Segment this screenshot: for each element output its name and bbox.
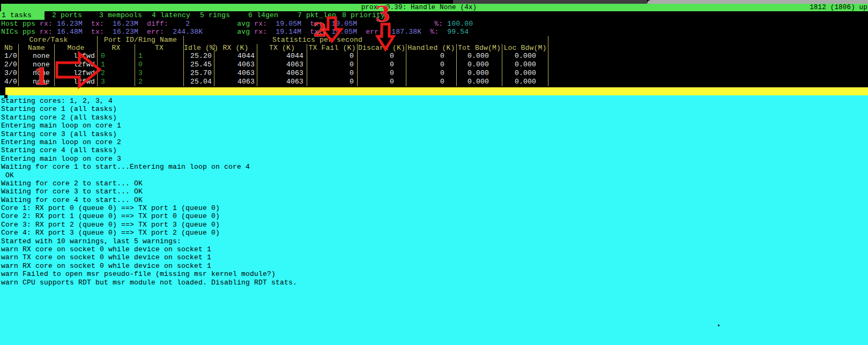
stat-segment: NICs pps bbox=[1, 28, 40, 36]
column-header: Nb bbox=[0, 44, 19, 52]
table-cell: 4063 bbox=[214, 78, 257, 86]
group-core-task: Core/Task bbox=[0, 36, 98, 44]
table-column-header: NbNameModeRXTXIdle (%)RX (K)TX (K)TX Fai… bbox=[0, 44, 548, 52]
stat-segment: avg bbox=[237, 20, 254, 28]
log-line: Core 1: RX port 0 (queue 0) ==> TX port … bbox=[0, 204, 868, 212]
table-row: 3/0nonel2fwd2325.70406340630000.0000.000 bbox=[0, 69, 548, 78]
stat-segment: 19.05M bbox=[331, 20, 357, 28]
stat-segment bbox=[301, 28, 310, 36]
table-cell: l2fwd bbox=[55, 52, 98, 61]
log-line: warn RX core on socket 0 while device on… bbox=[0, 245, 868, 253]
log-line: Waiting for core 3 to start... OK bbox=[0, 188, 868, 196]
stat-segment: avg bbox=[237, 28, 254, 36]
table-cell: 0 bbox=[406, 78, 457, 86]
table-cell: l2fwd bbox=[55, 61, 98, 69]
table-cell: 25.04 bbox=[184, 78, 214, 86]
table-cell: 0.000 bbox=[502, 61, 548, 69]
column-header: TX bbox=[135, 44, 184, 52]
table-row: 1/0nonel2fwd0125.20404440440000.0000.000 bbox=[0, 52, 548, 61]
table-cell: 0.000 bbox=[502, 78, 548, 86]
stat-segment bbox=[138, 20, 147, 28]
table-cell: 1/0 bbox=[0, 52, 19, 61]
stat-segment: 244.38K bbox=[173, 28, 203, 36]
tab-2-ports[interactable]: 2 ports bbox=[52, 11, 82, 20]
stat-segment: err: bbox=[147, 28, 173, 36]
stat-segment: tx: bbox=[310, 20, 331, 28]
stat-segment: rx: bbox=[40, 20, 57, 28]
column-header: Loc Bdw(M) bbox=[502, 44, 548, 52]
table-cell: 0 bbox=[358, 78, 406, 86]
stat-segment: 100.00 bbox=[447, 20, 473, 28]
prox-terminal: prox v0.39: Handle None (4x) 1812 (1806)… bbox=[0, 0, 868, 345]
table-cell: none bbox=[19, 78, 55, 86]
column-header: Discard (K) bbox=[358, 44, 406, 52]
table-cell: 2/0 bbox=[0, 61, 19, 69]
title-bar: prox v0.39: Handle None (4x) 1812 (1806)… bbox=[0, 4, 868, 11]
table-cell: 0.000 bbox=[502, 52, 548, 61]
table-cell: 1 bbox=[98, 61, 135, 69]
log-line: Starting core 3 (all tasks) bbox=[0, 130, 868, 138]
table-row: 4/0nonel2fwd3225.04406340630000.0000.000 bbox=[0, 78, 548, 86]
stat-segment bbox=[83, 20, 91, 28]
log-line: Waiting for core 4 to start... OK bbox=[0, 196, 868, 204]
log-line: Entering main loop on core 2 bbox=[0, 138, 868, 146]
column-header: TX Fail (K) bbox=[307, 44, 358, 52]
table-cell: l2fwd bbox=[55, 78, 98, 86]
table-cell: 0 bbox=[406, 52, 457, 61]
table-cell: 0 bbox=[98, 52, 135, 61]
table-cell: 0 bbox=[307, 52, 358, 61]
table-cell: 2 bbox=[135, 78, 184, 86]
stray-dot bbox=[718, 325, 719, 326]
stat-segment: %: bbox=[430, 28, 447, 36]
tab-6-l4gen[interactable]: 6 l4gen bbox=[248, 11, 278, 20]
table-cell: 25.70 bbox=[184, 69, 214, 78]
table-cell: 0 bbox=[307, 61, 358, 69]
stat-segment: rx: bbox=[254, 20, 276, 28]
table-cell: none bbox=[19, 52, 55, 61]
log-line: Waiting for core 1 to start...Entering m… bbox=[0, 163, 868, 171]
stat-segment: tx: bbox=[310, 28, 331, 36]
stat-segment: 19.05M bbox=[331, 28, 357, 36]
tab-8-priority[interactable]: 8 priority bbox=[342, 11, 385, 20]
stat-segment bbox=[203, 28, 237, 36]
column-header: Idle (%) bbox=[184, 44, 214, 52]
tab-1-tasks[interactable]: 1 tasks bbox=[0, 11, 44, 20]
window-top-edge bbox=[0, 0, 868, 4]
tab-5-rings[interactable]: 5 rings bbox=[200, 11, 230, 20]
table-cell: 0.000 bbox=[457, 69, 502, 78]
stats-line-host: Host pps rx: 16.23M tx: 16.23M diff: 2 a… bbox=[1, 20, 473, 28]
group-port-id: Port ID/Ring Name bbox=[98, 36, 184, 44]
log-line: Entering main loop on core 3 bbox=[0, 155, 868, 163]
core-task-table: Core/Task Port ID/Ring Name Statistics p… bbox=[0, 36, 548, 86]
log-line: warn Failed to open msr pseudo-file (mis… bbox=[0, 270, 868, 278]
stat-segment bbox=[301, 20, 310, 28]
group-statistics: Statistics per second bbox=[184, 36, 548, 44]
stat-segment: %: bbox=[434, 20, 447, 28]
table-cell: 4063 bbox=[214, 61, 257, 69]
stat-segment bbox=[190, 20, 237, 28]
stats-line-nics: NICs pps rx: 16.48M tx: 16.23M err: 244.… bbox=[1, 28, 469, 36]
log-line: warn CPU supports RDT but msr module not… bbox=[0, 279, 868, 287]
log-line: warn TX core on socket 0 while device on… bbox=[0, 253, 868, 261]
table-cell: 0.000 bbox=[457, 52, 502, 61]
tab-4-latency[interactable]: 4 latency bbox=[152, 11, 190, 20]
table-cell: 4063 bbox=[257, 69, 307, 78]
tab-3-mempools[interactable]: 3 mempools bbox=[99, 11, 142, 20]
table-cell: 4063 bbox=[257, 61, 307, 69]
table-cell: 25.45 bbox=[184, 61, 214, 69]
table-cell: 4/0 bbox=[0, 78, 19, 86]
stat-segment: Host pps bbox=[1, 20, 40, 28]
table-cell: none bbox=[19, 61, 55, 69]
log-line: Starting core 4 (all tasks) bbox=[0, 146, 868, 154]
tab-7-pkt_len[interactable]: 7 pkt_len bbox=[298, 11, 336, 20]
window-top-edge-tab bbox=[647, 0, 868, 4]
log-line: Starting cores: 1, 2, 3, 4 bbox=[0, 97, 868, 105]
log-line: Starting core 1 (all tasks) bbox=[0, 105, 868, 113]
table-cell: l2fwd bbox=[55, 69, 98, 78]
stat-segment bbox=[83, 28, 91, 36]
table-cell: 0 bbox=[358, 61, 406, 69]
log-line: Entering main loop on core 1 bbox=[0, 122, 868, 130]
column-header: TX (K) bbox=[257, 44, 307, 52]
tab-bar: 1 tasks2 ports3 mempools4 latency5 rings… bbox=[0, 11, 868, 20]
table-cell: 0.000 bbox=[457, 78, 502, 86]
